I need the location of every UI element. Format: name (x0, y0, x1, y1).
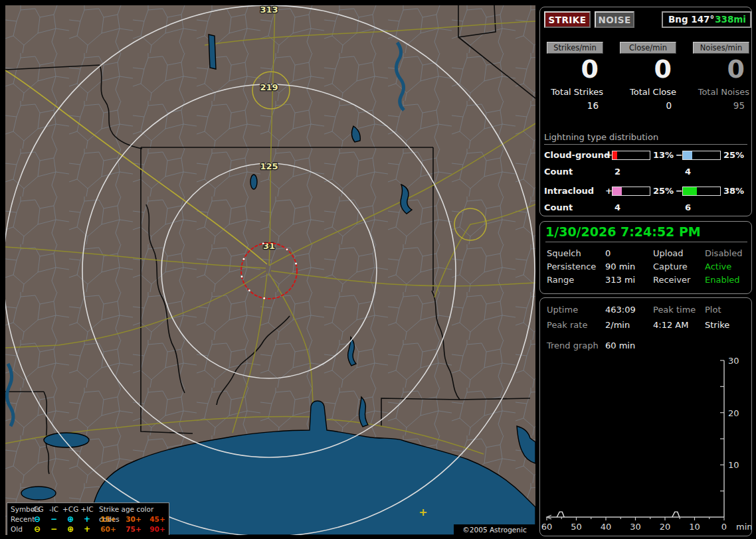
ic-positive-count: 4 (614, 202, 620, 212)
strikes-per-min-button[interactable]: Strikes/min (547, 42, 603, 54)
noises-per-min-button[interactable]: Noises/min (693, 42, 749, 54)
capture-value: Active (705, 262, 731, 271)
legend-old-row: Old ⊖ − ⊕ + 60+ 75+ 90+ (7, 524, 169, 534)
bearing-label: Bng 147° (668, 13, 714, 27)
noises-per-min-value: 0 (727, 55, 745, 83)
status-row: Persistence 90 min Capture Active (540, 262, 751, 273)
uptime-value: 463:09 (605, 305, 636, 315)
ic-positive-pct: 25% (653, 186, 674, 196)
recent-neg-cg-icon: ⊖ (29, 514, 45, 524)
trend-info-row: Uptime 463:09 Peak time Plot (540, 305, 751, 317)
noise-toggle-button[interactable]: NOISE (595, 11, 634, 28)
distribution-title: Lightning type distribution (544, 132, 747, 145)
total-noises-label: Total Noises (698, 87, 749, 97)
age-60: 60+ (98, 524, 118, 534)
plot-label: Plot (705, 305, 721, 315)
svg-text:+: + (419, 506, 427, 518)
trend-graph-label: Trend graph (547, 341, 599, 350)
old-neg-cg-icon: ⊖ (29, 524, 45, 534)
range-value: 313 mi (605, 275, 635, 285)
map-legend: Symbols -CG -IC +CG +IC Strike age color… (7, 502, 169, 535)
svg-text:0: 0 (721, 522, 727, 532)
app-window: 31321912531 + Symbols -CG -IC +CG +IC St… (0, 0, 756, 539)
intracloud-row: Intracloud + 25% − 38% (540, 186, 751, 196)
capture-label: Capture (653, 262, 688, 271)
recent-pos-cg-icon: ⊕ (62, 514, 78, 524)
svg-text:10: 10 (689, 522, 700, 532)
peak-rate-label: Peak rate (547, 320, 587, 330)
trend-graph-row: Trend graph 60 min (540, 341, 751, 352)
svg-text:20: 20 (660, 522, 671, 532)
strike-toggle-button[interactable]: STRIKE (544, 11, 591, 28)
total-close-value: 0 (666, 100, 672, 111)
svg-text:313: 313 (260, 5, 278, 15)
squelch-value: 0 (605, 248, 611, 258)
total-close-label: Total Close (630, 87, 676, 97)
intracloud-count-row: Count 4 6 (540, 202, 751, 213)
trend-graph-value: 60 min (605, 341, 635, 350)
status-row: Range 313 mi Receiver Enabled (540, 275, 751, 287)
age-30: 30+ (124, 514, 143, 524)
noises-column: Noises/min 0 Total Noises 95 (688, 42, 751, 115)
old-neg-ic-icon: − (46, 524, 62, 534)
age-15: 15+ (98, 514, 118, 524)
persistence-label: Persistence (547, 262, 596, 271)
close-per-min-value: 0 (654, 55, 672, 83)
close-per-min-button[interactable]: Close/min (620, 42, 676, 54)
svg-text:125: 125 (260, 161, 278, 171)
ic-positive-bar (612, 187, 650, 196)
close-column: Close/min 0 Total Close 0 (614, 42, 678, 115)
bearing-distance: 338mi (715, 13, 746, 27)
status-row: Squelch 0 Upload Disabled (540, 248, 751, 260)
svg-text:219: 219 (260, 82, 278, 92)
receiver-value: Enabled (705, 275, 740, 285)
old-pos-cg-icon: ⊕ (62, 524, 78, 534)
legend-col-pos-ic: +IC (79, 504, 95, 514)
ic-negative-pct: 38% (723, 186, 744, 196)
legend-col-neg-ic: -IC (46, 504, 62, 514)
old-pos-ic-icon: + (79, 524, 95, 534)
svg-text:30: 30 (630, 522, 641, 532)
trend-info-row: Peak rate 2/min 4:12 AM Strike (540, 320, 751, 332)
legend-col-pos-cg: +CG (62, 504, 78, 514)
cg-negative-pct: 25% (723, 150, 744, 160)
recent-neg-ic-icon: − (46, 514, 62, 524)
cloud-ground-label: Cloud-ground (544, 150, 610, 160)
peak-rate-value: 2/min (605, 320, 630, 330)
trend-panel: Uptime 463:09 Peak time Plot Peak rate 2… (539, 297, 752, 536)
ic-negative-bar (682, 187, 721, 196)
age-45: 45+ (147, 514, 167, 524)
cg-positive-count: 2 (614, 167, 620, 177)
strikes-per-min-value: 0 (581, 55, 599, 83)
legend-header-row: Symbols -CG -IC +CG +IC Strike age color… (7, 504, 169, 514)
intracloud-label: Intracloud (544, 186, 594, 196)
legend-col-neg-cg: -CG (29, 504, 45, 514)
svg-text:30: 30 (728, 356, 739, 366)
status-panel: 1/30/2026 7:24:52 PM Squelch 0 Upload Di… (539, 221, 752, 294)
count-label: Count (544, 167, 573, 177)
strike-markers: + (419, 506, 427, 518)
copyright: ©2005 Astrogenic Systems (454, 524, 535, 535)
cg-positive-bar (612, 151, 650, 160)
ic-negative-count: 6 (685, 202, 691, 212)
cg-negative-count: 4 (685, 167, 691, 177)
map-canvas: 31321912531 + (5, 5, 535, 535)
svg-text:50: 50 (571, 522, 582, 532)
upload-value: Disabled (705, 248, 742, 258)
legend-recent-row: Recent ⊖ − ⊕ + 15+ 30+ 45+ (7, 514, 169, 524)
cg-negative-bar (682, 151, 721, 160)
peak-time-label: Peak time (653, 305, 696, 315)
svg-text:40: 40 (601, 522, 612, 532)
total-noises-value: 95 (733, 100, 745, 111)
radar-map[interactable]: 31321912531 + Symbols -CG -IC +CG +IC St… (5, 5, 535, 535)
age-75: 75+ (124, 524, 143, 534)
svg-text:10: 10 (728, 460, 739, 470)
persistence-value: 90 min (605, 262, 635, 271)
cloud-ground-count-row: Count 2 4 (540, 167, 751, 177)
trend-chart: 6050403020100min102030 (540, 298, 751, 536)
recent-pos-ic-icon: + (79, 514, 95, 524)
svg-text:20: 20 (728, 408, 739, 418)
total-strikes-value: 16 (587, 100, 599, 111)
uptime-label: Uptime (547, 305, 578, 315)
total-strikes-label: Total Strikes (551, 87, 603, 97)
